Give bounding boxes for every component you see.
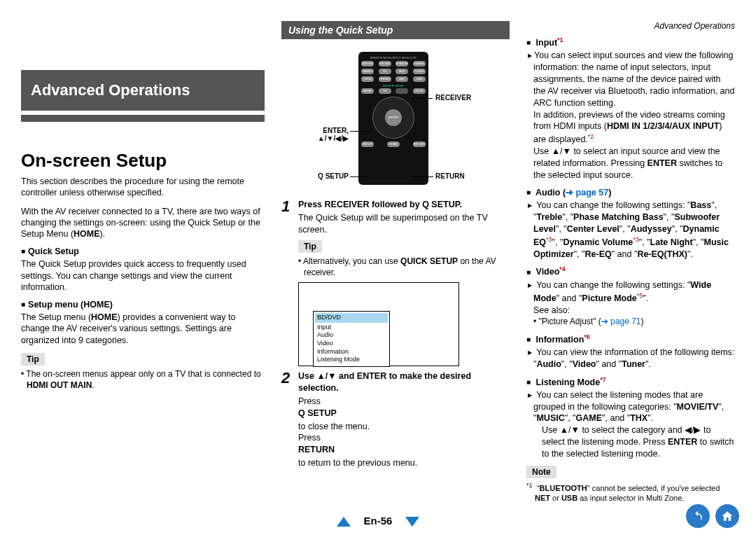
page-footer: En-56	[0, 515, 756, 527]
osd-item: Video	[317, 340, 333, 347]
video-see-also: See also:	[533, 305, 735, 317]
tip-label: Tip	[21, 353, 45, 366]
listening-mode-body-2: Use ▲/▼ to select the category and ◀/▶ t…	[542, 424, 735, 460]
step-1-body: The Quick Setup will be superimposed on …	[298, 213, 488, 235]
using-quick-setup-header: Using the Quick Setup	[281, 21, 510, 39]
next-page-icon[interactable]	[405, 517, 419, 527]
step-2-body: Press Q SETUP to close the menu. Press R…	[298, 396, 510, 468]
quick-setup-heading: Quick Setup	[21, 246, 265, 256]
step-1: 1 Press RECEIVER followed by Q SETUP. Th…	[281, 199, 510, 236]
video-body: You can change the following settings: "…	[533, 279, 735, 305]
setup-menu-heading: Setup menu (HOME)	[21, 300, 265, 310]
video-see-item: "Picture Adjust" (➔ page 71)	[539, 316, 735, 327]
osd-item: Audio	[317, 331, 333, 338]
page-link[interactable]: ➔ page 71	[601, 317, 641, 326]
osd-item-selected: BD/DVD	[315, 313, 388, 323]
label-enter: ENTER, ▲/▼/◀/▶	[307, 127, 349, 142]
home-icon[interactable]	[715, 504, 739, 528]
label-return: RETURN	[435, 172, 465, 180]
label-qsetup: Q SETUP	[307, 172, 349, 180]
label-receiver: RECEIVER	[435, 94, 471, 102]
remote-body: REMOTE MODE/INPUT SELECTOR BD/DVDCBL/SAT…	[358, 52, 428, 185]
back-icon[interactable]	[686, 504, 710, 528]
step-2-title: Use ▲/▼ and ENTER to make the desired se…	[298, 370, 510, 394]
setup-menu-body: The Setup menu (HOME) provides a conveni…	[21, 312, 265, 346]
listening-mode-body: You can select the listening modes that …	[533, 389, 735, 425]
step-number: 2	[281, 370, 298, 469]
step-1-title: Press RECEIVER followed by Q SETUP.	[298, 199, 510, 211]
quick-setup-body: The Quick Setup provides quick access to…	[21, 258, 265, 293]
input-heading: Input*1	[526, 36, 735, 48]
tip-body: The on-screen menus appear only on a TV …	[27, 368, 265, 391]
note-label: Note	[526, 466, 556, 478]
note-body: *1 "BLUETOOTH" cannot be selected, if yo…	[535, 481, 735, 503]
intro-paragraph: This section describes the procedure for…	[21, 176, 265, 199]
audio-body: You can change the following settings: "…	[533, 200, 735, 260]
paragraph-two: With the AV receiver connected to a TV, …	[21, 206, 265, 240]
information-body: You can view the information of the foll…	[533, 347, 735, 370]
step-2: 2 Use ▲/▼ and ENTER to make the desired …	[281, 370, 510, 469]
tip-label: Tip	[298, 240, 322, 253]
osd-item: Information	[317, 348, 349, 355]
osd-item: Listening Mode	[317, 356, 360, 363]
page-header-right: Advanced Operations	[526, 21, 735, 31]
input-body: You can select input sources and view th…	[533, 50, 735, 109]
input-body-2: In addition, previews of the video strea…	[533, 109, 735, 146]
step-number: 1	[281, 199, 298, 236]
dpad-icon	[372, 97, 414, 139]
chapter-title: Advanced Operations	[21, 70, 265, 111]
input-body-3: Use ▲/▼ to select an input source and vi…	[533, 146, 735, 181]
osd-menu: BD/DVD Input Audio Video Information Lis…	[313, 311, 390, 367]
decorative-bar	[21, 115, 265, 122]
video-heading: Video*4	[526, 265, 735, 277]
tip-body: Alternatively, you can use QUICK SETUP o…	[304, 256, 510, 278]
page-link[interactable]: ➔ page 57	[566, 188, 608, 197]
remote-diagram: REMOTE MODE/INPUT SELECTOR BD/DVDCBL/SAT…	[281, 46, 510, 193]
osd-preview: BD/DVD Input Audio Video Information Lis…	[298, 282, 459, 366]
information-heading: Information*6	[526, 333, 735, 345]
section-title: On-screen Setup	[21, 150, 265, 172]
listening-mode-heading: Listening Mode*7	[526, 376, 735, 387]
audio-heading: Audio (➔ page 57)	[526, 187, 735, 197]
page-number: En-56	[364, 515, 393, 527]
prev-page-icon[interactable]	[337, 517, 351, 527]
osd-item: Input	[317, 324, 331, 331]
